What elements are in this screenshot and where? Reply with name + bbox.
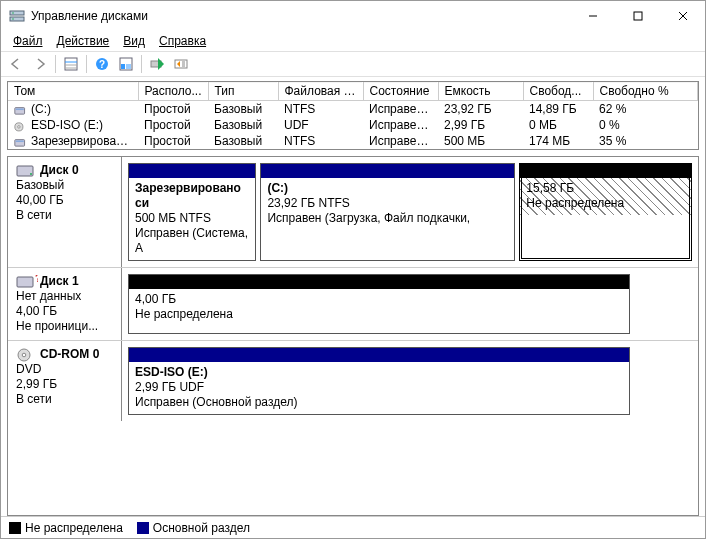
disk-info[interactable]: Диск 0Базовый40,00 ГБВ сети [8,157,122,267]
partition-body: ESD-ISO (E:)2,99 ГБ UDFИсправен (Основно… [129,362,629,414]
svg-text:?: ? [99,59,105,70]
partition-unallocated[interactable]: 4,00 ГБНе распределена [128,274,630,334]
column-header[interactable]: Том [8,82,138,101]
menu-file[interactable]: Файл [7,32,49,50]
column-header[interactable]: Свобод... [523,82,593,101]
minimize-button[interactable] [570,1,615,31]
partition-header-bar [129,348,629,362]
column-header[interactable]: Свободно % [593,82,698,101]
svg-rect-27 [16,141,24,143]
svg-point-3 [12,18,14,20]
action-button[interactable] [146,53,168,75]
disk-row: Диск 0Базовый40,00 ГБВ сетиЗарезервирова… [8,157,698,268]
column-header[interactable]: Тип [208,82,278,101]
svg-point-25 [18,126,20,128]
disk-info[interactable]: ?Диск 1Нет данных4,00 ГБНе проиници... [8,268,122,340]
toolbar-separator [141,55,142,73]
disk-info[interactable]: CD-ROM 0DVD2,99 ГБВ сети [8,341,122,421]
drive-icon [14,105,27,115]
settings-button[interactable] [170,53,192,75]
bottom-graphical-button[interactable] [115,53,137,75]
legend-unallocated: Не распределена [9,521,123,535]
partition-unallocated[interactable]: 15,58 ГБНе распределена [519,163,692,261]
cd-icon [14,121,27,131]
maximize-button[interactable] [615,1,660,31]
partition-body: 15,58 ГБНе распределена [520,178,691,215]
toolbar-separator [55,55,56,73]
toolbar: ? [1,51,705,77]
svg-point-2 [12,12,14,14]
svg-rect-16 [126,64,131,69]
svg-rect-18 [175,60,187,68]
forward-button[interactable] [29,53,51,75]
partition-body: Зарезервировано си500 МБ NTFSИсправен (С… [129,178,255,260]
svg-point-33 [22,353,26,357]
column-header[interactable]: Располо... [138,82,208,101]
cdrom-icon [16,348,38,362]
disk-row: CD-ROM 0DVD2,99 ГБВ сетиESD-ISO (E:)2,99… [8,341,698,421]
column-header[interactable]: Файловая с... [278,82,363,101]
svg-rect-5 [634,12,642,20]
partition-body: 4,00 ГБНе распределена [129,289,629,326]
svg-rect-15 [121,64,125,69]
toolbar-separator [86,55,87,73]
top-list-button[interactable] [60,53,82,75]
content-area: ТомРасполо...ТипФайловая с...СостояниеЕм… [1,77,705,516]
volume-list: ТомРасполо...ТипФайловая с...СостояниеЕм… [7,81,699,150]
column-header[interactable]: Емкость [438,82,523,101]
window-title: Управление дисками [31,9,570,23]
partition-header-bar [520,164,691,178]
column-header[interactable]: Состояние [363,82,438,101]
menu-view[interactable]: Вид [117,32,151,50]
drive-icon [14,137,27,147]
title-bar: Управление дисками [1,1,705,31]
disk-row: ?Диск 1Нет данных4,00 ГБНе проиници...4,… [8,268,698,341]
partition-primary[interactable]: (C:)23,92 ГБ NTFSИсправен (Загрузка, Фай… [260,163,515,261]
svg-text:?: ? [35,275,38,284]
partition-container: ESD-ISO (E:)2,99 ГБ UDFИсправен (Основно… [122,341,698,421]
menu-help[interactable]: Справка [153,32,212,50]
partition-primary[interactable]: Зарезервировано си500 МБ NTFSИсправен (С… [128,163,256,261]
partition-container: 4,00 ГБНе распределена [122,268,698,340]
table-row[interactable]: ESD-ISO (E:)ПростойБазовыйUDFИсправен...… [8,117,698,133]
partition-body: (C:)23,92 ГБ NTFSИсправен (Загрузка, Фай… [261,178,514,230]
svg-rect-1 [10,17,24,21]
partition-header-bar [129,164,255,178]
table-row[interactable]: Зарезервировано...ПростойБазовыйNTFSИспр… [8,133,698,149]
hdd-icon [16,164,38,178]
hdd-unk-icon: ? [16,275,38,289]
svg-rect-0 [10,11,24,15]
app-icon [9,8,25,24]
svg-rect-30 [17,277,33,287]
partition-container: Зарезервировано си500 МБ NTFSИсправен (С… [122,157,698,267]
help-button[interactable]: ? [91,53,113,75]
legend-primary: Основной раздел [137,521,250,535]
menu-bar: Файл Действие Вид Справка [1,31,705,51]
table-row[interactable]: (C:)ПростойБазовыйNTFSИсправен...23,92 Г… [8,101,698,118]
svg-rect-23 [16,109,24,111]
menu-action[interactable]: Действие [51,32,116,50]
close-button[interactable] [660,1,705,31]
partition-header-bar [261,164,514,178]
partition-header-bar [129,275,629,289]
legend-bar: Не распределена Основной раздел [1,516,705,538]
disk-graphical-view: Диск 0Базовый40,00 ГБВ сетиЗарезервирова… [7,156,699,516]
partition-primary[interactable]: ESD-ISO (E:)2,99 ГБ UDFИсправен (Основно… [128,347,630,415]
svg-point-29 [30,173,32,175]
back-button[interactable] [5,53,27,75]
